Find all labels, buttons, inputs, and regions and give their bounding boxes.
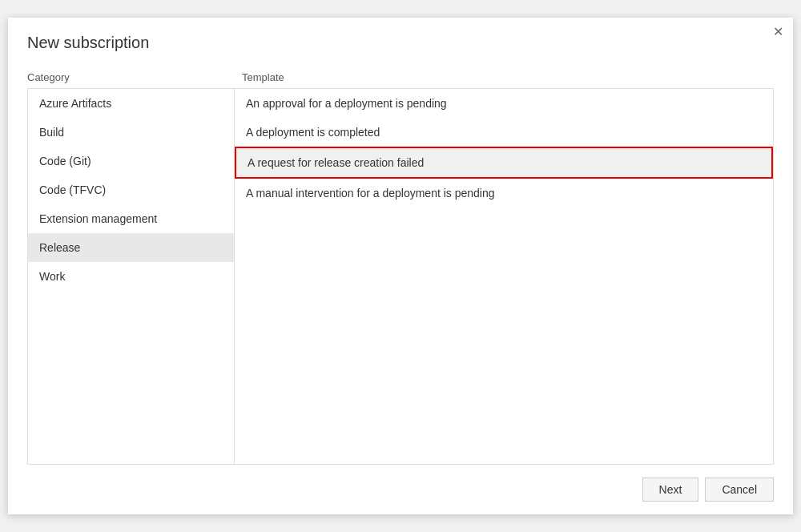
template-column-header: Template — [242, 71, 774, 83]
next-button[interactable]: Next — [642, 478, 699, 502]
dialog-footer: Next Cancel — [8, 465, 793, 514]
category-item-azure-artifacts[interactable]: Azure Artifacts — [28, 89, 234, 118]
category-item-release[interactable]: Release — [28, 233, 234, 262]
column-headers: Category Template — [27, 65, 774, 88]
cancel-button[interactable]: Cancel — [705, 478, 774, 502]
category-item-work[interactable]: Work — [28, 262, 234, 291]
new-subscription-dialog: ✕ New subscription Category Template Azu… — [8, 18, 793, 514]
category-column: Azure ArtifactsBuildCode (Git)Code (TFVC… — [28, 89, 235, 464]
template-item-approval-pending[interactable]: An approval for a deployment is pending — [235, 89, 773, 118]
dialog-title: New subscription — [8, 18, 793, 65]
category-item-code-git[interactable]: Code (Git) — [28, 147, 234, 175]
template-item-release-creation-failed[interactable]: A request for release creation failed — [235, 147, 773, 179]
category-column-header: Category — [27, 71, 234, 83]
category-item-build[interactable]: Build — [28, 118, 234, 147]
dialog-body: Category Template Azure ArtifactsBuildCo… — [8, 65, 793, 465]
template-column: An approval for a deployment is pendingA… — [235, 89, 773, 464]
category-item-extension-management[interactable]: Extension management — [28, 204, 234, 233]
template-item-deployment-completed[interactable]: A deployment is completed — [235, 118, 773, 147]
template-item-manual-intervention[interactable]: A manual intervention for a deployment i… — [235, 179, 773, 208]
category-item-code-tfvc[interactable]: Code (TFVC) — [28, 175, 234, 204]
close-button[interactable]: ✕ — [773, 26, 783, 38]
columns-container: Azure ArtifactsBuildCode (Git)Code (TFVC… — [27, 88, 774, 465]
